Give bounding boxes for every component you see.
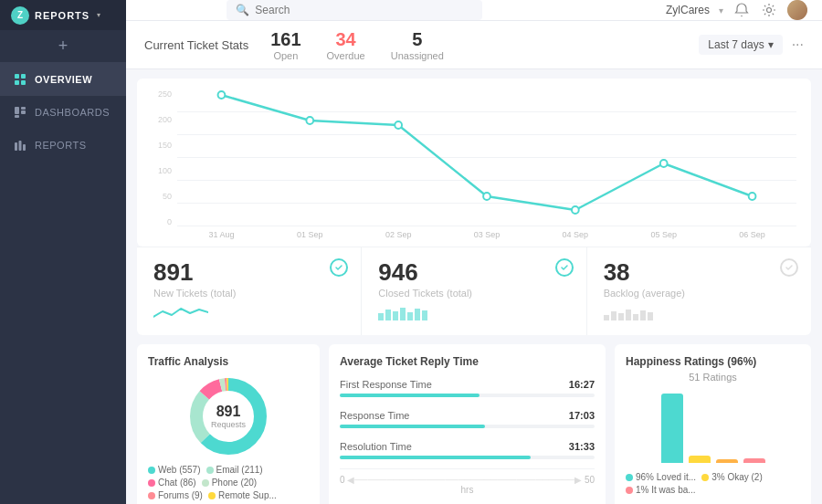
metric-check-icon-1 (330, 258, 348, 277)
panel-reply-time: Average Ticket Reply Time First Response… (329, 344, 606, 504)
svg-rect-32 (640, 310, 646, 320)
sidebar-nav: OVERVIEW DASHBOARDS REPORTS (0, 63, 126, 504)
stat-overdue: 34 Overdue (327, 28, 365, 61)
main-content: 🔍 ZylCares ▾ Current (126, 0, 822, 504)
stat-unassigned-count: 5 (391, 28, 444, 50)
y-label-50: 50 (163, 192, 172, 201)
legend-label-chat: Chat (86) (158, 478, 196, 488)
svg-rect-0 (15, 74, 19, 79)
metric-backlog-label: Backlog (average) (604, 288, 795, 299)
happiness-legend-loved-label: 96% Loved it... (636, 472, 696, 482)
x-label-3: 02 Sep (354, 230, 443, 239)
h-bar-3 (716, 459, 738, 463)
date-filter-button[interactable]: Last 7 days ▾ (699, 35, 782, 55)
y-label-150: 150 (158, 141, 172, 150)
legend-label-web: Web (557) (158, 465, 201, 475)
legend-phone: Phone (20) (202, 478, 257, 488)
happiness-legend-bad: 1% It was ba... (626, 485, 696, 495)
svg-rect-29 (618, 313, 624, 320)
svg-rect-3 (21, 80, 26, 85)
reply-item-first: First Response Time 16:27 (340, 379, 595, 397)
legend-forums: Forums (9) (148, 490, 203, 500)
search-input[interactable] (255, 4, 401, 16)
svg-rect-2 (15, 80, 19, 85)
overview-icon (13, 72, 27, 87)
notifications-icon[interactable] (732, 1, 751, 19)
stats-bar: Current Ticket Stats 161 Open 34 Overdue… (126, 21, 822, 69)
topbar-username: ZylCares (666, 4, 710, 16)
metric-check-icon-2 (555, 258, 574, 277)
settings-icon[interactable] (760, 1, 778, 19)
h-bar-group-3 (716, 459, 738, 463)
sidebar-add-button[interactable]: + (0, 30, 126, 63)
svg-rect-10 (23, 144, 26, 151)
x-label-1: 31 Aug (177, 230, 266, 239)
donut-center: 891 Requests (211, 404, 246, 429)
svg-rect-7 (15, 115, 19, 118)
stat-overdue-label: Overdue (327, 50, 365, 61)
svg-rect-31 (633, 314, 638, 320)
sparkline-bars-2 (378, 304, 433, 320)
reports-icon (13, 138, 27, 152)
metric-new-tickets-label: New Tickets (total) (153, 288, 344, 299)
legend-web: Web (557) (148, 465, 201, 475)
legend-dot-phone (202, 479, 209, 487)
svg-rect-22 (393, 311, 398, 320)
svg-rect-20 (378, 313, 384, 320)
metric-check-icon-3 (780, 258, 798, 277)
h-bar-1 (661, 394, 683, 463)
search-icon: 🔍 (236, 4, 249, 16)
svg-rect-33 (648, 312, 653, 320)
more-options-button[interactable]: ··· (792, 37, 804, 53)
stats-bar-label: Current Ticket Stats (144, 38, 248, 52)
reply-label-response: Response Time (340, 410, 409, 421)
app-logo: Z (11, 6, 29, 25)
svg-rect-21 (385, 310, 391, 320)
sidebar-item-reports-label: REPORTS (35, 140, 86, 151)
search-box[interactable]: 🔍 (227, 0, 482, 20)
reply-item-response: Response Time 17:03 (340, 410, 595, 428)
sparkline-wave-1 (153, 304, 208, 320)
happiness-legend-okay: 3% Okay (2) (701, 472, 763, 482)
sidebar-item-dashboards[interactable]: DASHBOARDS (0, 96, 126, 129)
metric-card-new-tickets: 891 New Tickets (total) (137, 247, 362, 335)
sidebar-item-overview[interactable]: OVERVIEW (0, 63, 126, 96)
y-label-100: 100 (158, 166, 172, 175)
chart-section: 250 200 150 100 50 0 (137, 79, 811, 247)
metric-cards: 891 New Tickets (total) 946 Closed Ticke… (137, 247, 811, 335)
donut-container: 891 Requests (148, 375, 309, 457)
svg-rect-8 (15, 142, 17, 151)
sidebar-app-title: REPORTS (35, 10, 90, 21)
stat-overdue-count: 34 (327, 28, 365, 50)
sidebar-header: Z REPORTS ▾ (0, 0, 126, 30)
reply-axis: 0 ◀──────────────────────────────────▶ 5… (340, 468, 595, 485)
metric-new-tickets-value: 891 (153, 258, 344, 287)
legend-dot-chat (148, 479, 155, 487)
happiness-legend-loved: 96% Loved it... (626, 472, 696, 482)
sidebar-item-reports[interactable]: REPORTS (0, 129, 126, 162)
plus-icon: + (58, 37, 68, 56)
donut-label: Requests (211, 420, 246, 429)
bottom-panels: Traffic Analysis 891 Requests (137, 344, 811, 504)
avatar[interactable] (787, 0, 807, 20)
svg-rect-23 (400, 308, 406, 320)
reply-axis-arrow: ◀──────────────────────────────────▶ (345, 475, 585, 485)
happiness-subtitle: 51 Ratings (626, 372, 800, 383)
h-bar-group-1 (661, 394, 683, 463)
topbar-right: ZylCares ▾ (666, 0, 807, 20)
stat-open-label: Open (270, 50, 300, 61)
h-bar-2 (689, 456, 711, 463)
y-axis: 250 200 150 100 50 0 (152, 89, 177, 226)
stat-open-count: 161 (270, 28, 300, 50)
reply-time-title: Average Ticket Reply Time (340, 355, 595, 368)
x-label-7: 06 Sep (708, 230, 796, 239)
traffic-legend: Web (557) Email (211) Chat (86) Phone (2… (148, 465, 309, 500)
happiness-legend-okay-label: 3% Okay (2) (711, 472, 763, 482)
happiness-bars (626, 390, 800, 463)
metric-closed-tickets-label: Closed Tickets (total) (378, 288, 569, 299)
x-axis: 31 Aug 01 Sep 02 Sep 03 Sep 04 Sep 05 Se… (177, 230, 796, 247)
bar-chart: 250 200 150 100 50 0 (152, 89, 796, 226)
h-bar-group-2 (689, 456, 711, 463)
legend-dot-web (148, 467, 155, 474)
sidebar: Z REPORTS ▾ + OVERVIEW (0, 0, 126, 504)
